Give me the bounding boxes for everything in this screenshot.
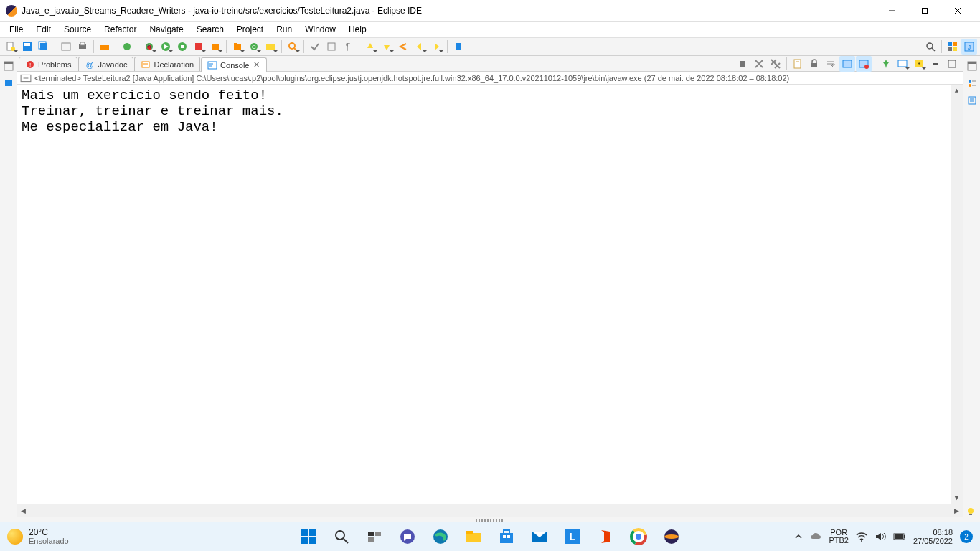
task-view-button[interactable]: [360, 522, 389, 551]
edge-button[interactable]: [426, 522, 455, 551]
console-output[interactable]: Mais um exercício sendo feito! Treinar, …: [17, 85, 963, 504]
svg-rect-7: [24, 43, 30, 46]
tab-console[interactable]: Console ✕: [201, 57, 267, 72]
menu-refactor[interactable]: Refactor: [98, 23, 143, 36]
show-console-on-err-button[interactable]: [856, 56, 872, 72]
menu-window[interactable]: Window: [298, 23, 342, 36]
annotation-prev-button[interactable]: [362, 39, 378, 55]
clock[interactable]: 08:18 27/05/2022: [913, 528, 953, 545]
open-perspective-button[interactable]: [945, 39, 961, 55]
open-type-button[interactable]: [119, 39, 135, 55]
pin-button[interactable]: [451, 39, 466, 55]
tab-problems[interactable]: ! Problems: [19, 57, 77, 71]
language-indicator[interactable]: POR PTB2: [829, 529, 849, 545]
search-access-button[interactable]: [923, 39, 938, 55]
search-button[interactable]: [285, 39, 301, 55]
volume-icon[interactable]: [875, 531, 886, 542]
scroll-lock-button[interactable]: [806, 56, 822, 72]
maximize-view-button[interactable]: [944, 56, 960, 72]
office-button[interactable]: [591, 522, 620, 551]
print-button[interactable]: [75, 39, 90, 55]
vertical-scrollbar[interactable]: ▲ ▼: [951, 85, 963, 504]
pin-console-button[interactable]: [878, 56, 894, 72]
java-perspective-button[interactable]: J: [961, 39, 977, 55]
back-button[interactable]: [412, 39, 428, 55]
tab-javadoc[interactable]: @ Javadoc: [78, 57, 133, 71]
task-list-button[interactable]: [965, 93, 979, 108]
minimize-button[interactable]: [875, 0, 908, 22]
new-class-button[interactable]: C: [246, 39, 262, 55]
word-wrap-button[interactable]: [823, 56, 839, 72]
last-edit-button[interactable]: [395, 39, 411, 55]
menu-file[interactable]: File: [3, 23, 29, 36]
app-l-button[interactable]: L: [558, 522, 587, 551]
save-all-button[interactable]: [36, 39, 52, 55]
run-button[interactable]: [158, 39, 174, 55]
clear-console-button[interactable]: [790, 56, 806, 72]
main-toolbar: 🐞 C ¶ J: [0, 37, 980, 56]
chrome-button[interactable]: [624, 522, 653, 551]
outline-button[interactable]: [965, 76, 979, 90]
remove-launch-button[interactable]: [751, 56, 767, 72]
toggle-mark-button[interactable]: [307, 39, 323, 55]
svg-rect-71: [898, 60, 907, 67]
terminate-button[interactable]: [735, 56, 750, 72]
weather-widget[interactable]: 20°C Ensolarado: [7, 528, 69, 545]
tab-declaration[interactable]: Declaration: [134, 57, 200, 71]
mail-button[interactable]: [525, 522, 554, 551]
battery-icon[interactable]: [893, 532, 906, 541]
menu-run[interactable]: Run: [270, 23, 298, 36]
start-button[interactable]: [294, 522, 323, 551]
restore-view-button[interactable]: [1, 59, 16, 73]
save-button[interactable]: [19, 39, 35, 55]
external-tools-button[interactable]: [207, 39, 223, 55]
menu-source[interactable]: Source: [57, 23, 98, 36]
menu-edit[interactable]: Edit: [29, 23, 57, 36]
build-button[interactable]: [97, 39, 113, 55]
close-button[interactable]: [941, 0, 974, 22]
tip-bulb-icon[interactable]: [966, 507, 976, 517]
new-button[interactable]: [3, 39, 19, 55]
debug-button[interactable]: 🐞: [141, 39, 157, 55]
undo-button[interactable]: [58, 39, 74, 55]
open-console-button[interactable]: +: [911, 56, 927, 72]
menu-project[interactable]: Project: [230, 23, 270, 36]
close-tab-icon[interactable]: ✕: [252, 60, 260, 70]
tray-chevron-icon[interactable]: [794, 532, 803, 541]
minimized-view-button[interactable]: [1, 76, 16, 90]
horizontal-scrollbar[interactable]: ◀ ▶: [17, 504, 963, 517]
show-whitespace-button[interactable]: ¶: [340, 39, 356, 55]
scroll-left-icon[interactable]: ◀: [17, 504, 29, 517]
tab-label: Javadoc: [98, 60, 127, 69]
toggle-block-button[interactable]: [324, 39, 339, 55]
run-last-button[interactable]: [191, 39, 207, 55]
notification-badge[interactable]: 2: [960, 530, 973, 543]
remove-all-button[interactable]: [768, 56, 783, 72]
coverage-button[interactable]: [174, 39, 190, 55]
wifi-icon[interactable]: [856, 531, 867, 542]
new-package-button[interactable]: [230, 39, 245, 55]
scroll-right-icon[interactable]: ▶: [951, 504, 963, 517]
display-console-button[interactable]: [895, 56, 910, 72]
sash-bar[interactable]: [17, 517, 963, 522]
annotation-next-button[interactable]: [379, 39, 395, 55]
explorer-button[interactable]: [459, 522, 488, 551]
chat-button[interactable]: [393, 522, 422, 551]
search-taskbar-button[interactable]: [327, 522, 356, 551]
collapse-icon[interactable]: [20, 72, 32, 84]
menu-navigate[interactable]: Navigate: [143, 23, 189, 36]
svg-point-93: [336, 531, 344, 540]
eclipse-taskbar-button[interactable]: [657, 522, 686, 551]
maximize-button[interactable]: [908, 0, 941, 22]
menu-help[interactable]: Help: [342, 23, 373, 36]
show-console-on-out-button[interactable]: [839, 56, 855, 72]
scroll-up-icon[interactable]: ▲: [951, 85, 963, 97]
forward-button[interactable]: [428, 39, 444, 55]
store-button[interactable]: [492, 522, 521, 551]
new-folder-button[interactable]: [263, 39, 278, 55]
restore-right-button[interactable]: [965, 59, 979, 73]
minimize-view-button[interactable]: [928, 56, 943, 72]
menu-search[interactable]: Search: [190, 23, 230, 36]
scroll-down-icon[interactable]: ▼: [951, 492, 963, 504]
onedrive-icon[interactable]: [810, 531, 821, 542]
